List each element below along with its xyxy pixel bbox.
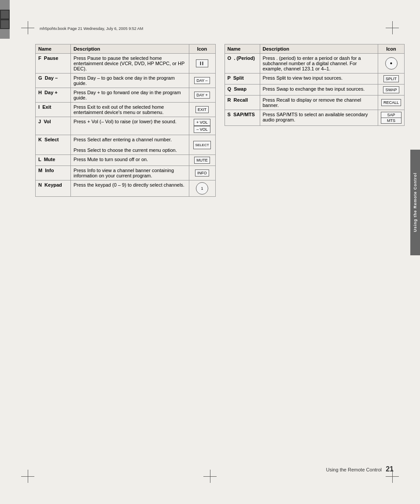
pause-icon: II: [196, 59, 208, 67]
row-desc-k: Press Select after entering a channel nu…: [71, 135, 189, 155]
row-icon-f: II: [189, 54, 215, 74]
page: mh5pohtv.book Page 21 Wednesday, July 6,…: [0, 0, 420, 504]
row-icon-j: + VOL – VOL: [189, 117, 215, 135]
row-desc-o: Press . (period) to enter a period or da…: [260, 54, 378, 74]
sap-line-2: MTS: [381, 118, 401, 123]
corner-decoration-bl: [0, 19, 10, 29]
row-name-l: L Mute: [36, 155, 71, 166]
table-row: S SAP/MTS Press SAP/MTS to select an ava…: [225, 110, 405, 126]
left-table-container: Name Description Icon F Pause Press Paus…: [35, 44, 216, 460]
recall-icon: RECALL: [381, 99, 401, 106]
row-name-p: P Split: [225, 74, 260, 85]
table-row: L Mute Press Mute to turn sound off or o…: [36, 155, 216, 166]
info-icon: INFO: [195, 169, 209, 177]
keypad-icon: 1: [196, 182, 208, 195]
right-table: Name Description Icon O . (Period) Press…: [225, 44, 405, 126]
sap-line-1: SAP: [381, 112, 401, 118]
crosshair-tr: [386, 21, 399, 34]
right-table-container: Name Description Icon O . (Period) Press…: [225, 44, 405, 460]
crosshair-bl: [21, 470, 34, 483]
row-icon-q: SWAP: [378, 85, 405, 96]
select-icon: SELECT: [193, 141, 210, 149]
row-name-j: J Vol: [36, 117, 71, 135]
table-row: G Day – Press Day – to go back one day i…: [36, 74, 216, 88]
vol-minus-icon: – VOL: [194, 126, 210, 133]
row-name-g: G Day –: [36, 74, 71, 88]
mute-icon: MUTE: [194, 157, 210, 164]
row-desc-q: Press Swap to exchange the two input sou…: [260, 85, 378, 96]
row-icon-g: DAY –: [189, 74, 215, 88]
table-row: N Keypad Press the keypad (0 – 9) to dir…: [36, 180, 216, 197]
row-desc-m: Press Info to view a channel banner cont…: [71, 166, 189, 180]
row-icon-o: •: [378, 54, 405, 74]
row-desc-g: Press Day – to go back one day in the pr…: [71, 74, 189, 88]
table-row: H Day + Press Day + to go forward one da…: [36, 88, 216, 103]
row-desc-r: Press Recall to display or remove the ch…: [260, 96, 378, 110]
right-header-name: Name: [225, 44, 260, 54]
left-table: Name Description Icon F Pause Press Paus…: [35, 44, 216, 197]
page-number: 21: [386, 465, 394, 473]
left-header-desc: Description: [71, 44, 189, 54]
swap-icon: SWAP: [383, 86, 399, 93]
day-minus-icon: DAY –: [194, 77, 210, 84]
row-desc-i: Press Exit to exit out of the selected h…: [71, 103, 189, 117]
exit-icon: EXIT: [195, 106, 209, 113]
row-icon-n: 1: [189, 180, 215, 197]
split-icon: SPLIT: [383, 75, 399, 82]
row-desc-l: Press Mute to turn sound off or on.: [71, 155, 189, 166]
row-name-m: M Info: [36, 166, 71, 180]
day-plus-icon: DAY +: [194, 92, 210, 99]
table-row: R Recall Press Recall to display or remo…: [225, 96, 405, 110]
row-name-o: O . (Period): [225, 54, 260, 74]
row-name-n: N Keypad: [36, 180, 71, 197]
row-icon-h: DAY +: [189, 88, 215, 103]
row-name-q: Q Swap: [225, 85, 260, 96]
table-row: F Pause Press Pause to pause the selecte…: [36, 54, 216, 74]
row-name-i: I Exit: [36, 103, 71, 117]
footer-text: Using the Remote Control: [326, 467, 382, 472]
row-icon-i: EXIT: [189, 103, 215, 117]
crosshair-bm: [203, 470, 217, 483]
left-header-name: Name: [36, 44, 71, 54]
left-header-icon: Icon: [189, 44, 215, 54]
table-row: O . (Period) Press . (period) to enter a…: [225, 54, 405, 74]
right-header-icon: Icon: [378, 44, 405, 54]
right-header-desc: Description: [260, 44, 378, 54]
table-row: J Vol Press + Vol (– Vol) to raise (or l…: [36, 117, 216, 135]
corner-decoration-tr: [0, 10, 10, 19]
row-icon-k: SELECT: [189, 135, 215, 155]
side-tab: Using the Remote Control: [410, 150, 420, 255]
row-desc-h: Press Day + to go forward one day in the…: [71, 88, 189, 103]
crosshair-tl: [21, 21, 34, 34]
table-row: K Select Press Select after entering a c…: [36, 135, 216, 155]
row-name-f: F Pause: [36, 54, 71, 74]
row-desc-j: Press + Vol (– Vol) to raise (or lower) …: [71, 117, 189, 135]
table-row: M Info Press Info to view a channel bann…: [36, 166, 216, 180]
row-desc-p: Press Split to view two input sources.: [260, 74, 378, 85]
header-text: mh5pohtv.book Page 21 Wednesday, July 6,…: [40, 26, 143, 31]
row-name-k: K Select: [36, 135, 71, 155]
content-area: Name Description Icon F Pause Press Paus…: [35, 44, 405, 460]
row-desc-n: Press the keypad (0 – 9) to directly sel…: [71, 180, 189, 197]
vol-plus-icon: + VOL: [194, 119, 210, 126]
sap-mts-icon: SAP MTS: [381, 112, 402, 124]
row-name-r: R Recall: [225, 96, 260, 110]
row-icon-r: RECALL: [378, 96, 405, 110]
table-row: I Exit Press Exit to exit out of the sel…: [36, 103, 216, 117]
corner-decoration-br: [0, 29, 10, 39]
row-name-h: H Day +: [36, 88, 71, 103]
period-icon: •: [385, 57, 398, 70]
side-tab-text: Using the Remote Control: [413, 173, 417, 232]
footer: Using the Remote Control 21: [326, 465, 394, 473]
row-icon-l: MUTE: [189, 155, 215, 166]
row-desc-s: Press SAP/MTS to select an available sec…: [260, 110, 378, 126]
vol-icon: + VOL – VOL: [192, 119, 213, 133]
table-row: Q Swap Press Swap to exchange the two in…: [225, 85, 405, 96]
corner-decoration-tl: [0, 0, 10, 10]
row-icon-p: SPLIT: [378, 74, 405, 85]
row-desc-f: Press Pause to pause the selected home e…: [71, 54, 189, 74]
table-row: P Split Press Split to view two input so…: [225, 74, 405, 85]
row-icon-s: SAP MTS: [378, 110, 405, 126]
row-name-s: S SAP/MTS: [225, 110, 260, 126]
row-icon-m: INFO: [189, 166, 215, 180]
